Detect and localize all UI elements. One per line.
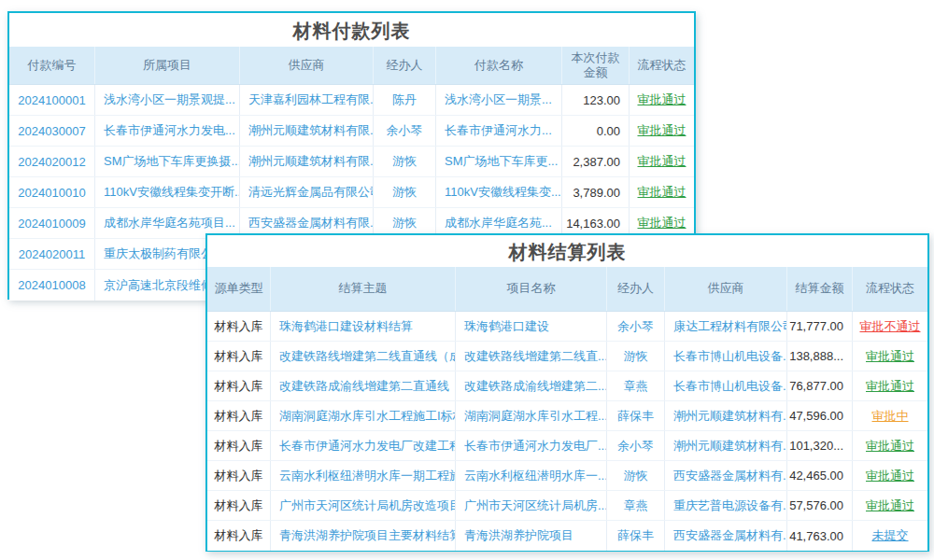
status-link[interactable]: 审批通过 bbox=[630, 147, 694, 176]
cell-link[interactable]: 青海洪湖养护院项目 bbox=[456, 521, 607, 551]
status-link[interactable]: 审批通过 bbox=[853, 342, 927, 371]
cell-link[interactable]: 康达工程材料有限公司 bbox=[665, 312, 787, 341]
cell-link[interactable]: 天津嘉利园林工程有限... bbox=[240, 85, 374, 115]
cell-link[interactable]: 广州市天河区统计局机房... bbox=[456, 491, 607, 520]
cell-link[interactable]: SM广场地下车库更换摄... bbox=[95, 147, 240, 176]
cell-link[interactable]: 潮州元顺建筑材料有... bbox=[665, 431, 787, 460]
cell-link[interactable]: 2024100001 bbox=[9, 85, 95, 115]
cell-link[interactable]: 重庆艺普电源设备有... bbox=[665, 491, 787, 520]
cell-link[interactable]: 长春市伊通河水力发电... bbox=[95, 116, 240, 146]
status-link[interactable]: 审批通过 bbox=[853, 371, 927, 400]
column-header: 付款编号 bbox=[9, 47, 95, 84]
cell-link[interactable]: 薛保丰 bbox=[607, 521, 665, 551]
column-header: 结算金额 bbox=[787, 267, 853, 311]
cell-link[interactable]: 改建铁路线增建第二线直通线（成... bbox=[271, 342, 456, 371]
status-link[interactable]: 审批不通过 bbox=[853, 312, 927, 341]
cell-link[interactable]: 薛保丰 bbox=[607, 401, 665, 430]
cell-link[interactable]: 余小琴 bbox=[607, 312, 665, 341]
payment-table-header-row: 付款编号所属项目供应商经办人付款名称本次付款金额流程状态 bbox=[9, 47, 694, 85]
cell-link[interactable]: 珠海鹤港口建设材料结算 bbox=[271, 312, 456, 341]
cell-link[interactable]: 游恢 bbox=[607, 342, 665, 371]
cell-link[interactable]: 改建铁路线增建第二线直... bbox=[456, 342, 607, 371]
settlement-table-title: 材料结算列表 bbox=[207, 235, 927, 267]
table-row: 2024030007长春市伊通河水力发电...潮州元顺建筑材料有限...余小琴长… bbox=[9, 116, 694, 147]
cell-text: 123.00 bbox=[562, 85, 630, 115]
cell-text: 材料入库 bbox=[207, 461, 271, 490]
cell-link[interactable]: 2024010009 bbox=[9, 208, 95, 238]
table-row: 材料入库湖南洞庭湖水库引水工程施工I标材...湖南洞庭湖水库引水工程...薛保丰… bbox=[207, 401, 927, 431]
cell-link[interactable]: 陈丹 bbox=[374, 85, 436, 115]
cell-link[interactable]: 西安盛器金属材料有... bbox=[665, 521, 787, 551]
cell-link[interactable]: 2024020011 bbox=[9, 239, 95, 269]
table-row: 材料入库改建铁路线增建第二线直通线（成...改建铁路线增建第二线直...游恢长春… bbox=[207, 342, 927, 371]
cell-link[interactable]: 2024010008 bbox=[9, 270, 95, 301]
status-link[interactable]: 审批通过 bbox=[630, 85, 694, 115]
cell-text: 41,763.00 bbox=[787, 521, 853, 551]
column-header: 本次付款金额 bbox=[562, 47, 630, 84]
cell-link[interactable]: 游恢 bbox=[374, 147, 436, 176]
cell-link[interactable]: 云南水利枢纽潜明水库一期工程施... bbox=[271, 461, 456, 490]
cell-link[interactable]: 浅水湾小区一期景... bbox=[436, 85, 562, 115]
cell-link[interactable]: 广州市天河区统计局机房改造项目... bbox=[271, 491, 456, 520]
cell-text: 2,387.00 bbox=[562, 147, 630, 176]
cell-link[interactable]: 云南水利枢纽潜明水库一... bbox=[456, 461, 607, 490]
cell-link[interactable]: 清远光辉金属品有限公司 bbox=[240, 177, 374, 207]
cell-link[interactable]: 2024020012 bbox=[9, 147, 95, 176]
status-link[interactable]: 审批通过 bbox=[853, 431, 927, 460]
column-header: 经办人 bbox=[374, 47, 436, 84]
table-row: 材料入库青海洪湖养护院项目主要材料结算青海洪湖养护院项目薛保丰西安盛器金属材料有… bbox=[207, 521, 927, 551]
column-header: 流程状态 bbox=[853, 267, 927, 311]
cell-link[interactable]: 章燕 bbox=[607, 371, 665, 400]
cell-link[interactable]: 长春市伊通河水力发电厂改建工程... bbox=[271, 431, 456, 460]
cell-link[interactable]: 余小琴 bbox=[607, 431, 665, 460]
cell-link[interactable]: 湖南洞庭湖水库引水工程... bbox=[456, 401, 607, 430]
cell-link[interactable]: 余小琴 bbox=[374, 116, 436, 146]
cell-link[interactable]: 浅水湾小区一期景观提... bbox=[95, 85, 240, 115]
status-link[interactable]: 审批通过 bbox=[853, 461, 927, 490]
table-row: 材料入库广州市天河区统计局机房改造项目...广州市天河区统计局机房...章燕重庆… bbox=[207, 491, 927, 521]
cell-link[interactable]: 湖南洞庭湖水库引水工程施工I标材... bbox=[271, 401, 456, 430]
cell-link[interactable]: SM广场地下车库更... bbox=[436, 147, 562, 176]
cell-text: 3,789.00 bbox=[562, 177, 630, 207]
cell-text: 材料入库 bbox=[207, 312, 271, 341]
column-header: 供应商 bbox=[240, 47, 374, 84]
column-header: 源单类型 bbox=[207, 267, 271, 311]
cell-text: 138,888... bbox=[787, 342, 853, 371]
cell-link[interactable]: 长春市博山机电设备... bbox=[665, 371, 787, 400]
cell-link[interactable]: 长春市伊通河水力... bbox=[436, 116, 562, 146]
status-link[interactable]: 未提交 bbox=[853, 521, 927, 551]
cell-text: 76,877.00 bbox=[787, 371, 853, 400]
cell-link[interactable]: 青海洪湖养护院项目主要材料结算 bbox=[271, 521, 456, 551]
cell-link[interactable]: 改建铁路成渝线增建第二... bbox=[456, 371, 607, 400]
payment-table-title: 材料付款列表 bbox=[9, 13, 694, 47]
column-header: 付款名称 bbox=[436, 47, 562, 84]
column-header: 结算主题 bbox=[271, 267, 456, 311]
cell-link[interactable]: 游恢 bbox=[374, 177, 436, 207]
status-link[interactable]: 审批通过 bbox=[853, 491, 927, 520]
cell-link[interactable]: 长春市伊通河水力发电厂... bbox=[456, 431, 607, 460]
material-settlement-list-window: 材料结算列表 源单类型结算主题项目名称经办人供应商结算金额流程状态 材料入库珠海… bbox=[205, 233, 929, 552]
cell-link[interactable]: 潮州元顺建筑材料有限... bbox=[240, 147, 374, 176]
cell-link[interactable]: 章燕 bbox=[607, 491, 665, 520]
cell-link[interactable]: 110kV安徽线程集变开断... bbox=[95, 177, 240, 207]
status-link[interactable]: 审批中 bbox=[853, 401, 927, 430]
cell-link[interactable]: 2024010010 bbox=[9, 177, 95, 207]
cell-link[interactable]: 改建铁路成渝线增建第二直通线（... bbox=[271, 371, 456, 400]
table-row: 材料入库珠海鹤港口建设材料结算珠海鹤港口建设余小琴康达工程材料有限公司71,77… bbox=[207, 312, 927, 342]
settlement-table-header-row: 源单类型结算主题项目名称经办人供应商结算金额流程状态 bbox=[207, 267, 927, 312]
cell-link[interactable]: 潮州元顺建筑材料有限... bbox=[240, 116, 374, 146]
status-link[interactable]: 审批通过 bbox=[630, 177, 694, 207]
cell-link[interactable]: 潮州元顺建筑材料有... bbox=[665, 401, 787, 430]
cell-text: 材料入库 bbox=[207, 521, 271, 551]
cell-link[interactable]: 2024030007 bbox=[9, 116, 95, 146]
status-link[interactable]: 审批通过 bbox=[630, 116, 694, 146]
cell-link[interactable]: 长春市博山机电设备... bbox=[665, 342, 787, 371]
cell-link[interactable]: 西安盛器金属材料有... bbox=[665, 461, 787, 490]
settlement-table-body: 材料入库珠海鹤港口建设材料结算珠海鹤港口建设余小琴康达工程材料有限公司71,77… bbox=[207, 312, 927, 551]
cell-text: 材料入库 bbox=[207, 491, 271, 520]
table-row: 材料入库云南水利枢纽潜明水库一期工程施...云南水利枢纽潜明水库一...游恢西安… bbox=[207, 461, 927, 491]
cell-link[interactable]: 珠海鹤港口建设 bbox=[456, 312, 607, 341]
cell-link[interactable]: 110kV安徽线程集变... bbox=[436, 177, 562, 207]
cell-text: 材料入库 bbox=[207, 431, 271, 460]
cell-link[interactable]: 游恢 bbox=[607, 461, 665, 490]
